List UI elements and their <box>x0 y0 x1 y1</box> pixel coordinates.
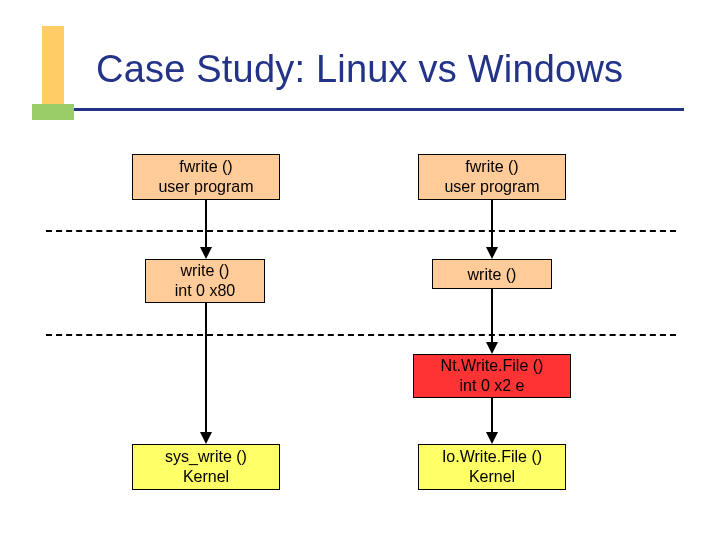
svg-marker-1 <box>200 247 212 259</box>
windows-nt-box: Nt.Write.File () int 0 x2 e <box>413 354 571 398</box>
arrow-windows-nt-kernel <box>484 398 500 445</box>
windows-kernel-box: Io.Write.File () Kernel <box>418 444 566 490</box>
linux-user-box: fwrite () user program <box>132 154 280 200</box>
svg-marker-7 <box>486 342 498 354</box>
diagram-stage: fwrite () user program fwrite () user pr… <box>0 140 720 540</box>
arrow-linux-user-libc <box>198 200 214 260</box>
linux-libc-box: write () int 0 x80 <box>145 259 265 303</box>
slide-title: Case Study: Linux vs Windows <box>96 48 623 91</box>
linux-kernel-box: sys_write () Kernel <box>132 444 280 490</box>
slide-accent-vert <box>42 26 64 114</box>
arrow-linux-libc-kernel <box>198 303 214 445</box>
divider-lib-kernel <box>46 334 676 336</box>
svg-marker-3 <box>200 432 212 444</box>
arrow-windows-lib-nt <box>484 289 500 355</box>
slide-accent-horiz <box>32 104 74 120</box>
svg-marker-9 <box>486 432 498 444</box>
windows-user-box: fwrite () user program <box>418 154 566 200</box>
divider-user-lib <box>46 230 676 232</box>
arrow-windows-user-lib <box>484 200 500 260</box>
svg-marker-5 <box>486 247 498 259</box>
windows-lib-box: write () <box>432 259 552 289</box>
title-underline <box>74 108 684 111</box>
